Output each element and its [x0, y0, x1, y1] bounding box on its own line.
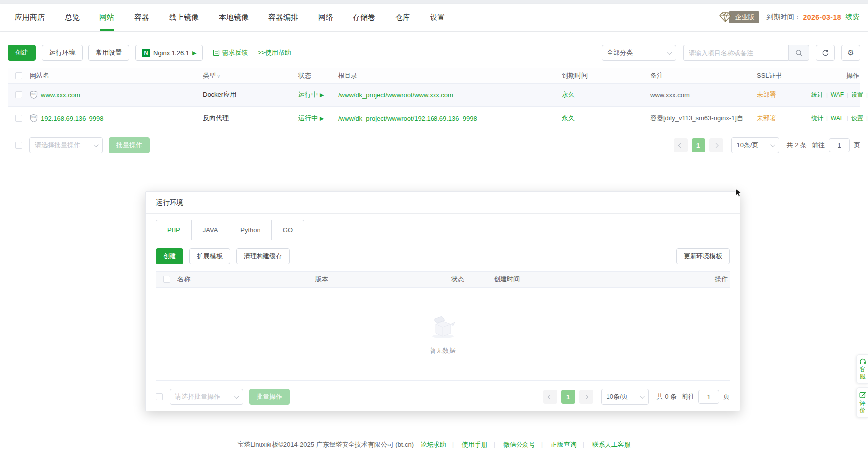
ssl-status[interactable]: 未部署 — [757, 91, 811, 99]
nav-item-compose[interactable]: 容器编排 — [268, 4, 298, 31]
update-env-template-button[interactable]: 更新环境模板 — [676, 248, 730, 264]
help-link[interactable]: >>使用帮助 — [258, 48, 291, 57]
action-stats[interactable]: 统计 — [811, 115, 823, 122]
nav-item-app-store[interactable]: 应用商店 — [15, 4, 45, 31]
site-status[interactable]: 运行中▶ — [298, 114, 324, 123]
goto-page-input[interactable] — [698, 390, 719, 404]
footer-link-manual[interactable]: 使用手册 — [462, 440, 488, 449]
action-stats[interactable]: 统计 — [811, 91, 823, 98]
page-number-current[interactable]: 1 — [692, 138, 705, 152]
search-icon — [795, 49, 803, 57]
webserver-button[interactable]: N Nginx 1.26.1 ▶ — [135, 45, 203, 61]
batch-action-select[interactable]: 请选择批量操作 — [29, 137, 103, 153]
category-filter-select[interactable]: 全部分类 — [602, 45, 676, 61]
prev-page-button[interactable] — [674, 138, 688, 152]
col-expiry: 到期时间 — [562, 71, 650, 80]
site-name-link[interactable]: www.xxx.com — [41, 91, 80, 99]
site-status[interactable]: 运行中▶ — [298, 91, 324, 99]
tab-python[interactable]: Python — [229, 220, 271, 240]
category-filter-value: 全部分类 — [607, 48, 633, 57]
chevron-down-icon — [234, 394, 239, 399]
footer-link-forum[interactable]: 论坛求助 — [421, 440, 446, 449]
action-separator: | — [826, 115, 828, 121]
site-root-link[interactable]: /www/dk_project/wwwroot/www.xxx.com — [338, 91, 453, 99]
action-waf[interactable]: WAF — [831, 91, 844, 98]
nav-item-settings[interactable]: 设置 — [430, 4, 445, 31]
empty-state: 暂无数据 — [156, 288, 730, 380]
expiry-date: 2026-03-18 — [803, 13, 841, 21]
customer-service-label: 客服 — [859, 366, 866, 380]
site-expiry: 永久 — [562, 114, 650, 123]
ssl-status[interactable]: 未部署 — [757, 114, 811, 123]
col-env-status: 状态 — [451, 275, 494, 284]
col-env-name: 名称 — [177, 275, 315, 284]
action-separator: | — [866, 92, 868, 98]
footer-link-support[interactable]: 联系人工客服 — [592, 440, 631, 449]
page-number-current[interactable]: 1 — [561, 390, 575, 404]
batch-select-all-checkbox[interactable] — [15, 142, 22, 149]
create-env-button[interactable]: 创建 — [156, 248, 183, 264]
search-button[interactable] — [788, 45, 809, 61]
site-root-link[interactable]: /www/dk_project/wwwroot/192.168.69.136_9… — [338, 115, 477, 122]
runtime-env-button[interactable]: 运行环境 — [42, 45, 83, 61]
nav-item-online-images[interactable]: 线上镜像 — [169, 4, 199, 31]
select-all-checkbox[interactable] — [15, 72, 22, 79]
search-input[interactable] — [683, 45, 788, 61]
action-settings[interactable]: 设置 — [851, 115, 863, 122]
customer-service-button[interactable]: 客服 — [856, 354, 868, 384]
env-batch-select-all-checkbox[interactable] — [156, 393, 163, 400]
per-page-select[interactable]: 10条/页 — [601, 389, 649, 405]
svg-text:WAF: WAF — [31, 116, 36, 119]
next-page-button[interactable] — [709, 138, 723, 152]
footer-link-license-check[interactable]: 正版查询 — [551, 440, 577, 449]
prev-page-button[interactable] — [543, 390, 557, 404]
action-waf[interactable]: WAF — [831, 115, 844, 122]
site-remark[interactable]: 容器[dify_v113_sm63-nginx-1]自 — [650, 114, 757, 123]
review-label: 评价 — [859, 400, 866, 414]
tab-java[interactable]: JAVA — [192, 220, 230, 240]
site-table-header: 网站名 类型∨ 状态 根目录 到期时间 备注 SSL证书 操作 — [8, 68, 860, 84]
col-type[interactable]: 类型∨ — [203, 71, 298, 80]
renew-link[interactable]: 续费 — [845, 13, 859, 22]
row-checkbox[interactable] — [15, 91, 22, 98]
play-icon: ▶ — [192, 50, 196, 56]
env-select-all-checkbox[interactable] — [163, 276, 170, 283]
review-button[interactable]: 评价 — [856, 387, 868, 418]
per-page-select[interactable]: 10条/页 — [731, 137, 779, 153]
pagination: 1 10条/页 共 2 条 前往 页 — [674, 137, 860, 153]
play-icon: ▶ — [320, 116, 324, 121]
modal-header: 运行环境 — [146, 192, 740, 214]
nav-item-volumes[interactable]: 存储卷 — [353, 4, 375, 31]
extend-template-button[interactable]: 扩展模板 — [189, 248, 230, 264]
footer-link-wechat[interactable]: 微信公众号 — [503, 440, 535, 449]
nav-item-website[interactable]: 网站 — [99, 4, 114, 31]
nav-item-overview[interactable]: 总览 — [65, 4, 80, 31]
create-site-button[interactable]: 创建 — [8, 45, 36, 61]
clear-build-cache-button[interactable]: 清理构建缓存 — [236, 248, 290, 264]
tab-go[interactable]: GO — [272, 220, 304, 240]
sort-caret-icon: ∨ — [217, 73, 220, 79]
env-batch-execute-button[interactable]: 批量操作 — [249, 389, 290, 405]
action-settings[interactable]: 设置 — [851, 91, 863, 98]
nav-item-registry[interactable]: 仓库 — [395, 4, 410, 31]
next-page-button[interactable] — [579, 390, 593, 404]
row-checkbox[interactable] — [15, 115, 22, 122]
common-settings-button[interactable]: 常用设置 — [88, 45, 129, 61]
tab-php[interactable]: PHP — [156, 220, 192, 240]
table-settings-button[interactable]: ⚙ — [841, 45, 860, 61]
nav-item-container[interactable]: 容器 — [134, 4, 149, 31]
site-name-link[interactable]: 192.168.69.136_9998 — [41, 115, 104, 122]
nav-item-local-images[interactable]: 本地镜像 — [219, 4, 249, 31]
modal-title: 运行环境 — [156, 198, 183, 207]
env-batch-action-select[interactable]: 请选择批量操作 — [170, 389, 243, 405]
goto-page-input[interactable] — [829, 138, 850, 152]
feedback-link[interactable]: 需求反馈 — [213, 48, 248, 57]
copyright-text: 宝塔Linux面板©2014-2025 广东堡塔安全技术有限公司 (bt.cn) — [237, 441, 414, 448]
page-unit-label: 页 — [723, 392, 730, 401]
nav-item-network[interactable]: 网络 — [318, 4, 333, 31]
batch-pagination-row: 请选择批量操作 批量操作 1 10条/页 共 2 条 前往 页 — [8, 137, 860, 153]
goto-label: 前往 — [682, 392, 694, 401]
site-remark[interactable]: www.xxx.com — [650, 91, 757, 99]
refresh-button[interactable] — [816, 45, 835, 61]
batch-execute-button[interactable]: 批量操作 — [109, 137, 150, 153]
